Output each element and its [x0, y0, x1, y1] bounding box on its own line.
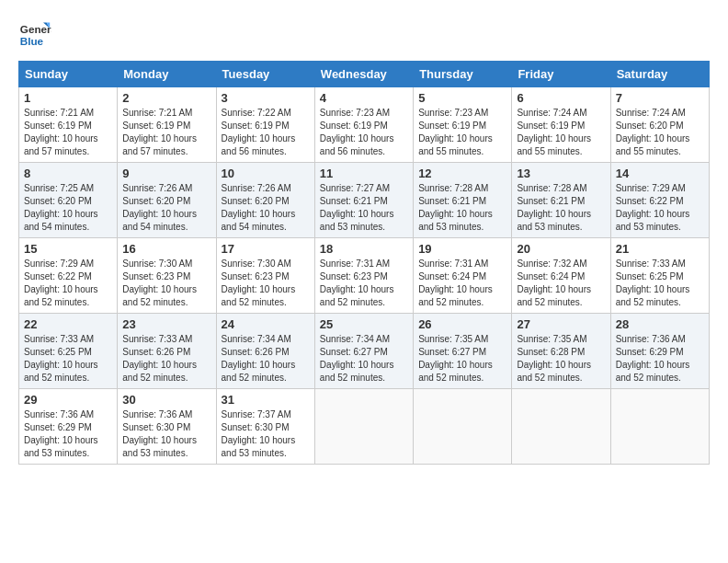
calendar-cell: 30Sunrise: 7:36 AMSunset: 6:30 PMDayligh… [118, 389, 216, 465]
calendar-cell: 7Sunrise: 7:24 AMSunset: 6:20 PMDaylight… [610, 87, 709, 163]
day-number: 13 [517, 167, 605, 180]
calendar-week-row: 1Sunrise: 7:21 AMSunset: 6:19 PMDaylight… [19, 87, 710, 163]
calendar-cell: 22Sunrise: 7:33 AMSunset: 6:25 PMDayligh… [19, 314, 118, 389]
calendar-cell: 1Sunrise: 7:21 AMSunset: 6:19 PMDaylight… [19, 87, 118, 163]
calendar-cell: 8Sunrise: 7:25 AMSunset: 6:20 PMDaylight… [19, 163, 118, 238]
calendar-cell: 23Sunrise: 7:33 AMSunset: 6:26 PMDayligh… [118, 314, 216, 389]
day-info: Sunrise: 7:29 AMSunset: 6:22 PMDaylight:… [616, 183, 690, 232]
day-info: Sunrise: 7:30 AMSunset: 6:23 PMDaylight:… [222, 259, 296, 307]
day-number: 1 [24, 91, 112, 105]
calendar-cell: 24Sunrise: 7:34 AMSunset: 6:26 PMDayligh… [216, 314, 314, 389]
day-info: Sunrise: 7:34 AMSunset: 6:27 PMDaylight:… [320, 334, 394, 383]
day-number: 25 [320, 317, 408, 331]
svg-text:Blue: Blue [20, 35, 44, 47]
day-number: 29 [24, 393, 112, 407]
calendar-week-row: 8Sunrise: 7:25 AMSunset: 6:20 PMDaylight… [19, 163, 710, 238]
calendar-cell: 26Sunrise: 7:35 AMSunset: 6:27 PMDayligh… [414, 314, 512, 389]
header-friday: Friday [512, 62, 610, 87]
day-number: 18 [320, 242, 408, 256]
day-number: 12 [418, 167, 506, 180]
day-info: Sunrise: 7:26 AMSunset: 6:20 PMDaylight:… [222, 183, 296, 232]
day-info: Sunrise: 7:34 AMSunset: 6:26 PMDaylight:… [222, 334, 296, 383]
day-info: Sunrise: 7:36 AMSunset: 6:29 PMDaylight:… [24, 409, 98, 458]
day-number: 15 [24, 242, 112, 256]
calendar-cell: 29Sunrise: 7:36 AMSunset: 6:29 PMDayligh… [19, 389, 118, 465]
day-info: Sunrise: 7:28 AMSunset: 6:21 PMDaylight:… [418, 183, 493, 232]
day-info: Sunrise: 7:33 AMSunset: 6:26 PMDaylight:… [122, 334, 197, 383]
day-info: Sunrise: 7:33 AMSunset: 6:25 PMDaylight:… [24, 334, 98, 383]
day-number: 26 [418, 317, 506, 331]
day-info: Sunrise: 7:21 AMSunset: 6:19 PMDaylight:… [122, 108, 197, 156]
day-info: Sunrise: 7:31 AMSunset: 6:23 PMDaylight:… [320, 259, 394, 307]
calendar-week-row: 22Sunrise: 7:33 AMSunset: 6:25 PMDayligh… [19, 314, 710, 389]
calendar-cell [512, 389, 610, 465]
day-number: 5 [418, 91, 506, 105]
calendar-cell [610, 389, 709, 465]
day-number: 4 [320, 91, 408, 105]
day-number: 21 [616, 242, 704, 256]
day-info: Sunrise: 7:32 AMSunset: 6:24 PMDaylight:… [517, 259, 591, 307]
day-number: 6 [517, 91, 605, 105]
day-number: 11 [320, 167, 408, 180]
day-info: Sunrise: 7:23 AMSunset: 6:19 PMDaylight:… [320, 108, 394, 156]
day-number: 30 [122, 393, 210, 407]
day-info: Sunrise: 7:27 AMSunset: 6:21 PMDaylight:… [320, 183, 394, 232]
day-info: Sunrise: 7:30 AMSunset: 6:23 PMDaylight:… [122, 259, 197, 307]
calendar-cell: 18Sunrise: 7:31 AMSunset: 6:23 PMDayligh… [314, 238, 413, 314]
day-number: 22 [24, 317, 112, 331]
day-number: 8 [24, 167, 112, 180]
calendar-cell: 20Sunrise: 7:32 AMSunset: 6:24 PMDayligh… [512, 238, 610, 314]
calendar-cell: 6Sunrise: 7:24 AMSunset: 6:19 PMDaylight… [512, 87, 610, 163]
day-info: Sunrise: 7:35 AMSunset: 6:28 PMDaylight:… [517, 334, 591, 383]
calendar-cell: 11Sunrise: 7:27 AMSunset: 6:21 PMDayligh… [314, 163, 413, 238]
header-saturday: Saturday [610, 62, 709, 87]
day-info: Sunrise: 7:31 AMSunset: 6:24 PMDaylight:… [418, 259, 493, 307]
day-number: 28 [616, 317, 704, 331]
header-thursday: Thursday [414, 62, 512, 87]
day-number: 2 [122, 91, 210, 105]
logo-icon: General Blue [18, 18, 51, 52]
calendar-cell: 13Sunrise: 7:28 AMSunset: 6:21 PMDayligh… [512, 163, 610, 238]
day-number: 14 [616, 167, 704, 180]
header-sunday: Sunday [19, 62, 118, 87]
day-info: Sunrise: 7:22 AMSunset: 6:19 PMDaylight:… [222, 108, 296, 156]
day-info: Sunrise: 7:28 AMSunset: 6:21 PMDaylight:… [517, 183, 591, 232]
day-info: Sunrise: 7:35 AMSunset: 6:27 PMDaylight:… [418, 334, 493, 383]
day-number: 7 [616, 91, 704, 105]
day-number: 24 [222, 317, 310, 331]
day-info: Sunrise: 7:29 AMSunset: 6:22 PMDaylight:… [24, 259, 98, 307]
calendar-cell: 3Sunrise: 7:22 AMSunset: 6:19 PMDaylight… [216, 87, 314, 163]
header-wednesday: Wednesday [314, 62, 413, 87]
day-info: Sunrise: 7:25 AMSunset: 6:20 PMDaylight:… [24, 183, 98, 232]
calendar-cell: 19Sunrise: 7:31 AMSunset: 6:24 PMDayligh… [414, 238, 512, 314]
day-info: Sunrise: 7:24 AMSunset: 6:20 PMDaylight:… [616, 108, 690, 156]
day-number: 27 [517, 317, 605, 331]
day-info: Sunrise: 7:36 AMSunset: 6:29 PMDaylight:… [616, 334, 690, 383]
day-info: Sunrise: 7:33 AMSunset: 6:25 PMDaylight:… [616, 259, 690, 307]
calendar-cell: 4Sunrise: 7:23 AMSunset: 6:19 PMDaylight… [314, 87, 413, 163]
calendar-cell: 15Sunrise: 7:29 AMSunset: 6:22 PMDayligh… [19, 238, 118, 314]
day-number: 23 [122, 317, 210, 331]
calendar-header-row: SundayMondayTuesdayWednesdayThursdayFrid… [19, 62, 710, 87]
day-info: Sunrise: 7:36 AMSunset: 6:30 PMDaylight:… [122, 409, 197, 458]
day-number: 19 [418, 242, 506, 256]
day-info: Sunrise: 7:26 AMSunset: 6:20 PMDaylight:… [122, 183, 197, 232]
calendar-cell: 28Sunrise: 7:36 AMSunset: 6:29 PMDayligh… [610, 314, 709, 389]
day-info: Sunrise: 7:21 AMSunset: 6:19 PMDaylight:… [24, 108, 98, 156]
calendar-cell: 2Sunrise: 7:21 AMSunset: 6:19 PMDaylight… [118, 87, 216, 163]
day-number: 16 [122, 242, 210, 256]
day-number: 17 [222, 242, 310, 256]
calendar-cell: 25Sunrise: 7:34 AMSunset: 6:27 PMDayligh… [314, 314, 413, 389]
calendar-cell: 5Sunrise: 7:23 AMSunset: 6:19 PMDaylight… [414, 87, 512, 163]
day-number: 10 [222, 167, 310, 180]
page-header: General Blue [18, 18, 710, 52]
calendar-cell: 21Sunrise: 7:33 AMSunset: 6:25 PMDayligh… [610, 238, 709, 314]
header-tuesday: Tuesday [216, 62, 314, 87]
day-number: 31 [222, 393, 310, 407]
calendar-cell: 14Sunrise: 7:29 AMSunset: 6:22 PMDayligh… [610, 163, 709, 238]
calendar-week-row: 15Sunrise: 7:29 AMSunset: 6:22 PMDayligh… [19, 238, 710, 314]
calendar-table: SundayMondayTuesdayWednesdayThursdayFrid… [18, 61, 710, 465]
calendar-cell [414, 389, 512, 465]
day-number: 20 [517, 242, 605, 256]
header-monday: Monday [118, 62, 216, 87]
